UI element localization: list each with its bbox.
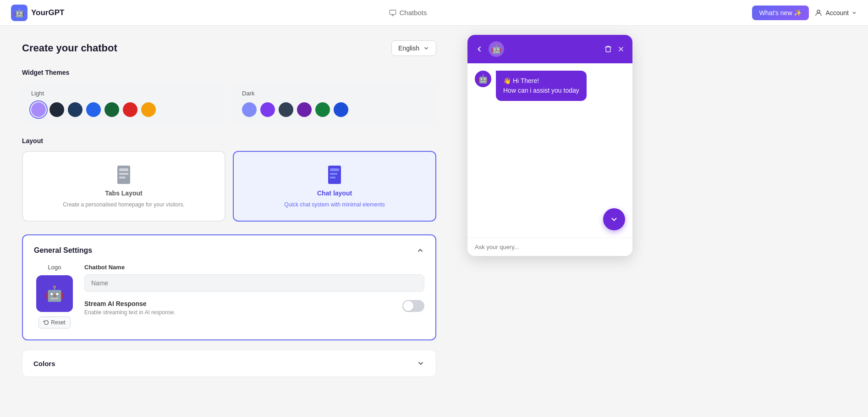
svg-rect-5 xyxy=(119,177,126,178)
chat-bubble: 👋 Hi There! How can i assist you today xyxy=(496,71,587,101)
preview-area: 🤖 🤖 👋 Hi There! How can xyxy=(458,26,642,417)
swatch-light-1[interactable] xyxy=(49,102,64,117)
chat-layout-desc: Quick chat system with minimal elements xyxy=(284,201,385,208)
navbar: 🤖 YourGPT Chatbots What's new ✨ Account xyxy=(0,0,868,26)
colors-section[interactable]: Colors xyxy=(22,350,436,377)
colors-expand-icon[interactable] xyxy=(417,359,425,367)
swatch-light-5[interactable] xyxy=(123,102,137,117)
light-swatches xyxy=(31,102,216,117)
svg-rect-3 xyxy=(119,168,128,171)
svg-point-1 xyxy=(817,10,820,13)
content-area: Create your chatbot English Widget Theme… xyxy=(0,26,458,417)
dark-swatches xyxy=(242,102,427,117)
light-theme-group: Light xyxy=(22,83,225,124)
dark-theme-label: Dark xyxy=(242,90,427,97)
swatch-dark-5[interactable] xyxy=(334,102,348,117)
stream-desc: Enable streaming text in AI response. xyxy=(84,309,176,316)
tabs-layout-desc: Create a personalised homepage for your … xyxy=(63,201,184,208)
bot-avatar: 🤖 xyxy=(475,71,491,87)
chat-layout-title: Chat layout xyxy=(317,189,352,197)
tabs-layout-card[interactable]: Tabs Layout Create a personalised homepa… xyxy=(22,151,225,222)
fab-chevron-icon xyxy=(610,215,619,224)
bot-avatar-row: 🤖 👋 Hi There! How can i assist you today xyxy=(475,71,625,101)
nav-right: What's new ✨ Account xyxy=(752,6,857,20)
layout-section: Layout Tabs Layout Create a personalised… xyxy=(22,137,436,222)
settings-body: Logo 🤖 Reset Chatbot Name St xyxy=(34,264,424,328)
greeting-line1: 👋 Hi There! xyxy=(503,76,579,86)
chat-fab-button[interactable] xyxy=(603,208,625,230)
swatch-light-4[interactable] xyxy=(104,102,119,117)
chatbots-icon xyxy=(389,9,396,17)
svg-rect-8 xyxy=(330,173,337,175)
chat-bot-avatar: 🤖 xyxy=(489,41,504,57)
layout-label: Layout xyxy=(22,137,436,145)
colors-title: Colors xyxy=(33,360,55,367)
language-select[interactable]: English xyxy=(391,40,436,56)
swatch-dark-4[interactable] xyxy=(315,102,330,117)
swatch-dark-3[interactable] xyxy=(297,102,312,117)
stream-row: Stream AI Response Enable streaming text… xyxy=(84,300,424,316)
layout-options: Tabs Layout Create a personalised homepa… xyxy=(22,151,436,222)
chat-input-row xyxy=(467,238,632,256)
reset-label: Reset xyxy=(51,319,65,326)
svg-rect-4 xyxy=(119,173,128,175)
general-settings-title: General Settings xyxy=(34,246,92,255)
tabs-layout-title: Tabs Layout xyxy=(105,189,142,197)
whats-new-button[interactable]: What's new ✨ xyxy=(752,6,809,20)
page-title-row: Create your chatbot English xyxy=(22,40,436,56)
brand: 🤖 YourGPT xyxy=(11,5,64,21)
themes-container: Light Dark xyxy=(22,83,436,124)
account-chevron-icon xyxy=(852,10,857,16)
chat-widget: 🤖 🤖 👋 Hi There! How can xyxy=(467,35,632,256)
svg-rect-7 xyxy=(330,168,339,171)
brand-icon: 🤖 xyxy=(11,5,27,21)
chat-header: 🤖 xyxy=(467,35,632,63)
reset-button[interactable]: Reset xyxy=(38,317,70,328)
logo-box: 🤖 xyxy=(36,275,73,312)
chat-layout-icon xyxy=(326,165,343,185)
chat-header-actions xyxy=(604,45,625,53)
swatch-light-6[interactable] xyxy=(141,102,156,117)
toggle-knob xyxy=(403,301,413,311)
page-title: Create your chatbot xyxy=(22,42,117,54)
reset-icon xyxy=(44,320,49,325)
account-label: Account xyxy=(825,9,849,17)
main-layout: Create your chatbot English Widget Theme… xyxy=(0,26,868,417)
account-button[interactable]: Account xyxy=(814,9,857,17)
stream-title: Stream AI Response xyxy=(84,300,176,307)
swatch-light-0[interactable] xyxy=(31,102,46,117)
swatch-light-3[interactable] xyxy=(86,102,101,117)
chat-layout-card[interactable]: Chat layout Quick chat system with minim… xyxy=(233,151,436,222)
general-settings: General Settings Logo 🤖 Reset xyxy=(22,234,436,340)
swatch-dark-1[interactable] xyxy=(260,102,275,117)
chat-close-icon[interactable] xyxy=(617,45,625,53)
swatch-light-2[interactable] xyxy=(68,102,82,117)
chat-trash-icon[interactable] xyxy=(604,45,612,53)
logo-label: Logo xyxy=(48,264,61,271)
general-settings-collapse-icon[interactable] xyxy=(416,246,424,255)
chat-back-icon[interactable] xyxy=(475,44,484,54)
tabs-layout-icon xyxy=(115,165,132,185)
svg-rect-9 xyxy=(330,177,335,178)
language-chevron-icon xyxy=(423,45,429,51)
chat-header-left: 🤖 xyxy=(475,41,504,57)
brand-name: YourGPT xyxy=(31,8,64,17)
account-icon xyxy=(814,9,823,17)
nav-center: Chatbots xyxy=(389,9,427,17)
stream-toggle[interactable] xyxy=(402,300,424,312)
general-settings-header: General Settings xyxy=(34,246,424,255)
swatch-dark-0[interactable] xyxy=(242,102,257,117)
chat-body: 🤖 👋 Hi There! How can i assist you today xyxy=(467,63,632,238)
light-theme-label: Light xyxy=(31,90,216,97)
chat-query-input[interactable] xyxy=(475,244,625,250)
dark-theme-group: Dark xyxy=(233,83,436,124)
widget-themes-label: Widget Themes xyxy=(22,69,436,76)
chatbot-name-label: Chatbot Name xyxy=(84,264,424,271)
chatbot-name-input[interactable] xyxy=(84,274,424,292)
chatbots-label: Chatbots xyxy=(399,9,427,17)
svg-rect-0 xyxy=(390,10,396,14)
swatch-dark-2[interactable] xyxy=(279,102,293,117)
stream-info: Stream AI Response Enable streaming text… xyxy=(84,300,176,316)
settings-fields: Chatbot Name Stream AI Response Enable s… xyxy=(84,264,424,316)
language-label: English xyxy=(398,44,419,52)
